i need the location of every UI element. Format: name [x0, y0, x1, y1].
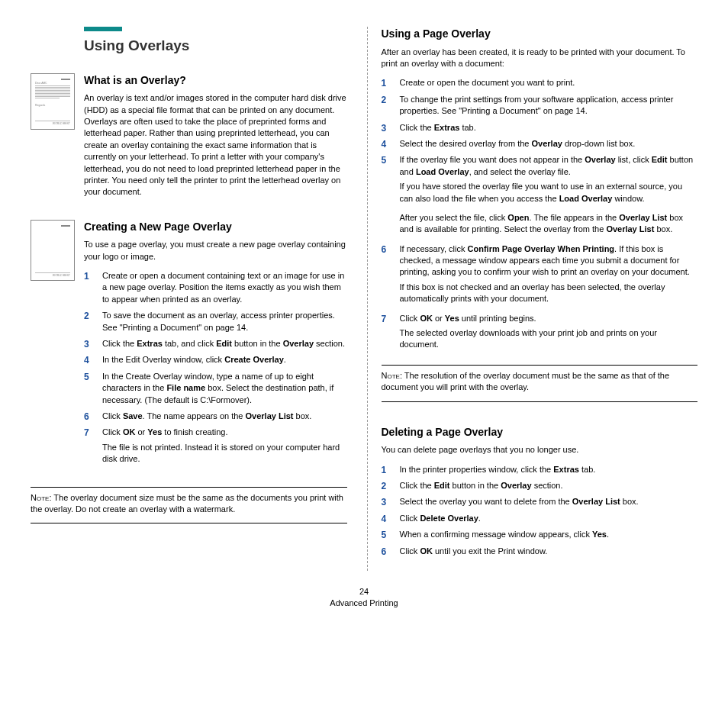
step: Click the Extras tab.: [382, 122, 698, 134]
blank-page-illustration-icon: WORLD BEST: [31, 220, 75, 281]
step: Click OK or Yes until printing begins. T…: [382, 313, 698, 351]
step-sub: The file is not printed. Instead it is s…: [102, 442, 347, 465]
section-using-overlay: Using a Page Overlay After an overlay ha…: [382, 27, 698, 351]
right-column: Using a Page Overlay After an overlay ha…: [382, 27, 698, 571]
step: In the Create Overlay window, type a nam…: [84, 371, 347, 406]
step: Click OK until you exit the Print window…: [382, 546, 698, 557]
title-accent-bar: [84, 27, 122, 31]
step: If the overlay file you want does not ap…: [382, 154, 698, 235]
steps-using-overlay: Create or open the document you want to …: [382, 77, 698, 350]
page-number: 24: [0, 586, 728, 598]
heading-creating-overlay: Creating a New Page Overlay: [84, 220, 347, 235]
left-column: Using Overlays Dear ABC Regards WORLD BE…: [31, 27, 347, 571]
step: In the Edit Overlay window, click Create…: [84, 354, 347, 366]
step: Select the overlay you want to delete fr…: [382, 496, 698, 507]
intro-creating-overlay: To use a page overlay, you must create a…: [84, 239, 347, 263]
step-sub: If you have stored the overlay file you …: [400, 181, 698, 205]
step: Click Delete Overlay.: [382, 513, 698, 524]
step: To change the print settings from your s…: [382, 94, 698, 118]
intro-deleting-overlay: You can delete page overlays that you no…: [382, 444, 698, 456]
step: Click the Extras tab, and click Edit but…: [84, 338, 347, 350]
section-deleting-overlay: Deleting a Page Overlay You can delete p…: [382, 425, 698, 557]
overlay-illustration-icon: Dear ABC Regards WORLD BEST: [31, 73, 75, 130]
step-sub: If this box is not checked and an overla…: [400, 282, 698, 305]
note-block: Note: The overlay document size must be …: [31, 487, 347, 524]
section-creating-overlay: WORLD BEST Creating a New Page Overlay T…: [31, 220, 347, 473]
page-title: Using Overlays: [84, 36, 347, 56]
step: Click the Edit button in the Overlay sec…: [382, 480, 698, 491]
page-content: Using Overlays Dear ABC Regards WORLD BE…: [0, 0, 728, 586]
note-text: Note: The overlay document size must be …: [31, 492, 347, 516]
note-text: Note: The resolution of the overlay docu…: [382, 370, 698, 394]
step: When a confirming message window appears…: [382, 529, 698, 540]
page-footer: 24 Advanced Printing: [0, 586, 728, 625]
step-sub: The selected overlay downloads with your…: [400, 327, 698, 351]
heading-deleting-overlay: Deleting a Page Overlay: [382, 425, 698, 440]
heading-using-overlay: Using a Page Overlay: [382, 27, 698, 42]
step: Create or open a document containing tex…: [84, 270, 347, 305]
intro-using-overlay: After an overlay has been created, it is…: [382, 47, 698, 70]
footer-section-name: Advanced Printing: [0, 598, 728, 609]
step: To save the document as an overlay, acce…: [84, 310, 347, 333]
body-what-is-overlay: An overlay is text and/or images stored …: [84, 92, 347, 198]
step: In the printer properties window, click …: [382, 464, 698, 475]
step-sub: After you select the file, click Open. T…: [400, 212, 698, 236]
step: Click Save. The name appears on the Over…: [84, 411, 347, 422]
step: If necessary, click Confirm Page Overlay…: [382, 243, 698, 305]
note-block: Note: The resolution of the overlay docu…: [382, 365, 698, 402]
step: Select the desired overlay from the Over…: [382, 138, 698, 150]
step: Click OK or Yes to finish creating. The …: [84, 427, 347, 465]
heading-what-is-overlay: What is an Overlay?: [84, 73, 347, 89]
step: Create or open the document you want to …: [382, 77, 698, 89]
column-divider: [367, 27, 368, 571]
steps-creating-overlay: Create or open a document containing tex…: [84, 270, 347, 465]
section-what-is-overlay: Dear ABC Regards WORLD BEST What is an O…: [31, 73, 347, 206]
steps-deleting-overlay: In the printer properties window, click …: [382, 464, 698, 557]
